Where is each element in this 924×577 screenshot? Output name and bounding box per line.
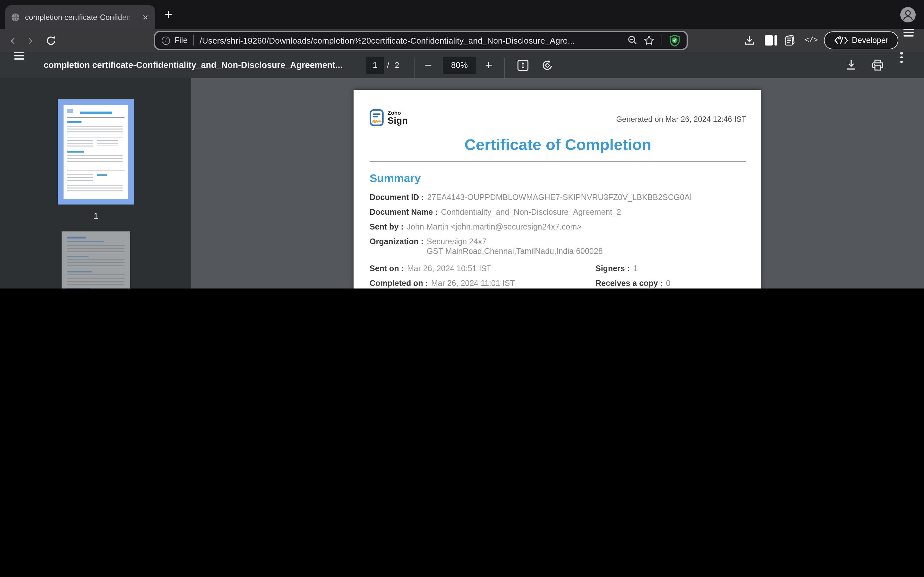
reload-button[interactable] (46, 35, 57, 46)
field-value: Mar 26, 2024 11:01 IST (431, 279, 515, 288)
zoom-out-button[interactable]: − (425, 52, 432, 78)
zoom-page-icon[interactable] (628, 35, 638, 45)
field-label: Receives a copy : (596, 279, 663, 288)
summary-row: Document Name :Confidentiality_and_Non-D… (370, 208, 746, 217)
rotate-icon[interactable] (541, 52, 554, 78)
pdf-more-options-icon[interactable] (900, 52, 903, 78)
address-bar[interactable]: i File /Users/shri-19260/Downloads/compl… (154, 31, 688, 50)
field-label: Completed on : (370, 279, 428, 288)
field-value: 27EA4143-OUPPDMBLOWMAGHE7-SKIPNVRU3FZ0V_… (427, 193, 692, 202)
page-count: 2 (395, 52, 399, 78)
globe-favicon-icon (11, 13, 20, 21)
pdf-download-icon[interactable] (845, 52, 857, 78)
browser-tab[interactable]: completion certificate-Confiden × (5, 5, 155, 29)
field-label: Organization : (370, 237, 423, 256)
pdf-sidebar-toggle-icon[interactable] (14, 52, 24, 78)
divider (193, 35, 194, 45)
developer-button[interactable]: Developer (824, 31, 898, 49)
browser-toolbar: ‹ › i File /Users/shri-19260/Downloads/c… (0, 29, 924, 52)
summary-row: Sent on :Mar 26, 2024 10:51 IST (370, 264, 596, 274)
screen: completion certificate-Confiden × + ‹ › … (0, 0, 924, 288)
summary-row: Completed on :Mar 26, 2024 11:01 IST (370, 279, 596, 288)
forward-button[interactable]: › (28, 33, 33, 46)
new-tab-button[interactable]: + (164, 6, 173, 23)
developer-label: Developer (852, 36, 888, 45)
field-label: Document Name : (370, 208, 438, 217)
pdf-document-title: completion certificate-Confidentiality_a… (44, 52, 342, 78)
page-number-input[interactable]: 1 (367, 57, 384, 73)
field-label: Document ID : (370, 193, 424, 202)
thumbnail-sidebar: 1 2 (0, 78, 191, 288)
back-button[interactable]: ‹ (10, 33, 15, 46)
thumbnail-page-2[interactable] (61, 231, 130, 288)
field-label: Sent by : (370, 222, 404, 232)
security-shield-icon[interactable] (669, 34, 680, 47)
file-scheme-label: File (174, 36, 187, 45)
summary-row: Receives a copy :0 (596, 279, 746, 288)
certificate-page: Zoho Sign Generated on Mar 26, 2024 12:4… (354, 90, 761, 288)
logo-zoho-text: Zoho (388, 110, 408, 115)
summary-heading: Summary (370, 172, 746, 185)
summary-row: Sent by :John Martin <john.martin@secure… (370, 222, 746, 232)
field-value: 1 (633, 264, 638, 274)
bookmark-star-icon[interactable] (644, 35, 654, 45)
pdf-viewer-content: 1 2 Zoho (0, 78, 924, 288)
divider (662, 35, 662, 45)
zoho-sign-logo: Zoho Sign (370, 109, 408, 126)
field-value: Securesign 24x7GST MainRoad,Chennai,Tami… (427, 237, 603, 256)
certificate-title: Certificate of Completion (370, 136, 746, 154)
fit-page-icon[interactable] (517, 52, 529, 78)
page-separator: / (387, 52, 389, 78)
tab-title: completion certificate-Confiden (25, 13, 141, 21)
logo-sign-text: Sign (388, 116, 408, 125)
field-value: Mar 26, 2024 10:51 IST (407, 264, 491, 274)
dev-tools-icon[interactable]: </> (804, 29, 817, 52)
summary-row: Document ID :27EA4143-OUPPDMBLOWMAGHE7-S… (370, 193, 746, 202)
field-value: Confidentiality_and_Non-Disclosure_Agree… (441, 208, 621, 217)
thumbnail-1-label: 1 (58, 211, 134, 221)
field-value: 0 (666, 279, 670, 288)
zoom-level[interactable]: 80% (443, 57, 476, 73)
print-icon[interactable] (871, 52, 884, 78)
thumbnail-page-1[interactable] (58, 99, 134, 205)
divider (370, 161, 746, 162)
thumbnail-page-1-preview (63, 105, 128, 199)
field-label: Sent on : (370, 264, 404, 274)
zoom-in-button[interactable]: + (485, 52, 492, 78)
browser-menu-icon[interactable] (903, 29, 914, 52)
url-text: /Users/shri-19260/Downloads/completion%2… (200, 35, 628, 45)
tab-close-icon[interactable]: × (141, 12, 150, 22)
profile-avatar[interactable] (900, 7, 916, 23)
browser-tab-bar: completion certificate-Confiden × + (0, 0, 924, 29)
developer-icon (834, 36, 848, 45)
info-icon[interactable]: i (162, 36, 170, 45)
field-value: John Martin <john.martin@securesign24x7.… (407, 222, 582, 232)
field-label: Signers : (596, 264, 630, 274)
downloads-button[interactable] (744, 29, 755, 52)
pdf-toolbar: completion certificate-Confidentiality_a… (0, 52, 924, 78)
reading-list-button[interactable] (783, 29, 796, 52)
panel-toggle-button[interactable] (765, 29, 777, 52)
generated-timestamp: Generated on Mar 26, 2024 12:46 IST (616, 115, 746, 124)
summary-row: Signers :1 (596, 264, 746, 274)
summary-row: Organization :Securesign 24x7GST MainRoa… (370, 237, 746, 256)
